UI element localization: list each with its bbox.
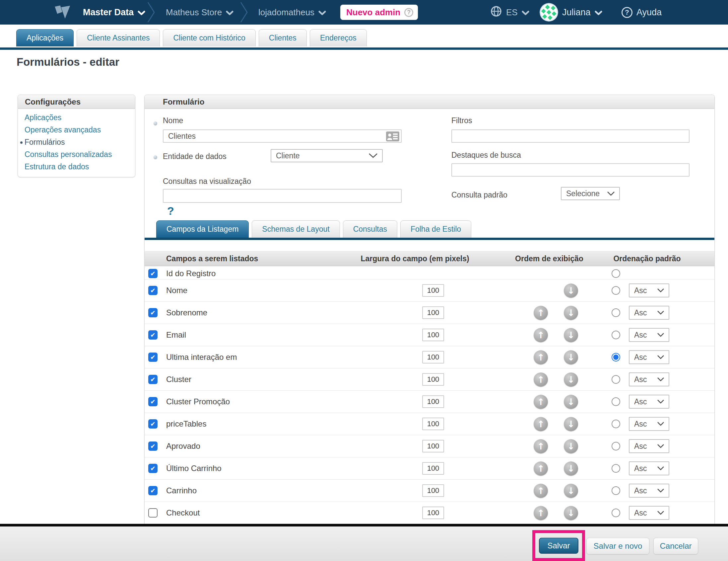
default-sort-radio[interactable] xyxy=(612,397,620,406)
default-sort-radio[interactable] xyxy=(612,269,620,278)
move-up-icon[interactable] xyxy=(534,395,548,409)
field-width-input[interactable] xyxy=(422,284,444,297)
store-menu[interactable]: Matheus Store xyxy=(166,0,233,25)
move-up-icon[interactable] xyxy=(534,306,548,320)
field-checkbox[interactable] xyxy=(148,508,158,518)
tab-cliente-assinantes[interactable]: Cliente Assinantes xyxy=(77,29,160,46)
new-admin-badge[interactable]: Nuevo admin xyxy=(340,5,418,20)
detail-tab-campos-da-listagem[interactable]: Campos da Listagem xyxy=(156,220,249,238)
default-sort-radio[interactable] xyxy=(612,464,620,473)
save-button[interactable]: Salvar xyxy=(539,538,578,554)
default-sort-radio[interactable] xyxy=(612,375,620,384)
save-and-new-button[interactable]: Salvar e novo xyxy=(586,538,649,554)
field-checkbox[interactable] xyxy=(148,486,158,495)
detail-tab-folha-de-estilo[interactable]: Folha de Estilo xyxy=(400,220,471,238)
sidebar-item-formularios[interactable]: Formulários xyxy=(18,136,135,148)
default-sort-radio[interactable] xyxy=(612,420,620,428)
move-up-icon[interactable] xyxy=(534,417,548,431)
field-width-input[interactable] xyxy=(422,307,444,319)
default-sort-radio[interactable] xyxy=(612,353,620,362)
detail-tab-consultas[interactable]: Consultas xyxy=(343,220,397,238)
field-checkbox[interactable] xyxy=(148,330,158,340)
field-width-input[interactable] xyxy=(422,373,444,386)
field-checkbox[interactable] xyxy=(148,442,158,451)
entidade-select[interactable]: Cliente xyxy=(271,149,383,162)
move-up-icon[interactable] xyxy=(534,439,548,454)
user-menu[interactable]: Juliana xyxy=(540,0,602,25)
tab-cliente-com-historico[interactable]: Cliente com Histórico xyxy=(163,29,255,46)
help-menu[interactable]: Ayuda xyxy=(622,0,662,25)
tab-aplicacoes[interactable]: Aplicações xyxy=(16,29,74,46)
help-question-link[interactable]: ? xyxy=(167,204,174,217)
default-sort-radio[interactable] xyxy=(612,286,620,295)
sort-direction-select[interactable]: Asc xyxy=(629,439,669,453)
product-menu[interactable]: Master Data xyxy=(83,0,145,25)
sort-direction-select[interactable]: Asc xyxy=(629,328,669,342)
sidebar-item-aplicacoes[interactable]: Aplicações xyxy=(18,111,135,124)
tab-clientes[interactable]: Clientes xyxy=(259,29,307,46)
destaques-input[interactable] xyxy=(451,163,690,176)
move-up-icon[interactable] xyxy=(534,506,548,520)
field-width-input[interactable] xyxy=(422,462,444,475)
field-checkbox[interactable] xyxy=(148,308,158,317)
move-down-icon[interactable] xyxy=(564,328,578,342)
filtros-input[interactable] xyxy=(451,129,690,143)
field-checkbox[interactable] xyxy=(148,419,158,429)
field-checkbox[interactable] xyxy=(148,286,158,295)
default-sort-radio[interactable] xyxy=(612,442,620,451)
field-checkbox[interactable] xyxy=(148,464,158,473)
field-checkbox[interactable] xyxy=(148,375,158,384)
account-menu[interactable]: lojadomatheus xyxy=(258,0,326,25)
move-up-icon[interactable] xyxy=(534,484,548,498)
move-up-icon[interactable] xyxy=(534,461,548,476)
default-sort-radio[interactable] xyxy=(612,331,620,339)
move-down-icon[interactable] xyxy=(564,306,578,320)
move-up-icon[interactable] xyxy=(534,350,548,365)
move-up-icon[interactable] xyxy=(534,328,548,342)
sort-direction-select[interactable]: Asc xyxy=(629,461,669,475)
move-down-icon[interactable] xyxy=(564,417,578,431)
detail-tab-schemas-de-layout[interactable]: Schemas de Layout xyxy=(252,220,340,238)
nome-input[interactable] xyxy=(163,129,402,143)
help-circle-icon[interactable] xyxy=(404,8,413,17)
field-checkbox[interactable] xyxy=(148,353,158,362)
consultas-visualizacao-input[interactable] xyxy=(163,189,402,203)
sort-direction-select[interactable]: Asc xyxy=(629,417,669,431)
field-width-input[interactable] xyxy=(422,418,444,430)
move-down-icon[interactable] xyxy=(564,506,578,520)
sort-direction-select[interactable]: Asc xyxy=(629,350,669,364)
field-width-input[interactable] xyxy=(422,507,444,519)
sort-direction-select[interactable]: Asc xyxy=(629,284,669,298)
cancel-button[interactable]: Cancelar xyxy=(653,538,698,554)
move-up-icon[interactable] xyxy=(534,373,548,387)
sort-direction-select[interactable]: Asc xyxy=(629,306,669,320)
move-down-icon[interactable] xyxy=(564,284,578,298)
tab-enderecos[interactable]: Endereços xyxy=(310,29,367,46)
field-width-input[interactable] xyxy=(422,440,444,453)
move-down-icon[interactable] xyxy=(564,350,578,365)
sort-direction-select[interactable]: Asc xyxy=(629,506,669,520)
field-width-input[interactable] xyxy=(422,395,444,408)
default-sort-radio[interactable] xyxy=(612,486,620,495)
move-down-icon[interactable] xyxy=(564,461,578,476)
field-checkbox[interactable] xyxy=(148,397,158,406)
move-down-icon[interactable] xyxy=(564,373,578,387)
field-checkbox[interactable] xyxy=(148,269,158,278)
field-width-input[interactable] xyxy=(422,351,444,364)
field-width-input[interactable] xyxy=(422,484,444,497)
language-menu[interactable]: ES xyxy=(490,0,529,25)
sort-direction-select[interactable]: Asc xyxy=(629,484,669,498)
move-down-icon[interactable] xyxy=(564,395,578,409)
sidebar-item-operacoes-avancadas[interactable]: Operações avançadas xyxy=(18,124,135,136)
sort-direction-select[interactable]: Asc xyxy=(629,373,669,386)
default-sort-radio[interactable] xyxy=(612,509,620,517)
default-sort-radio[interactable] xyxy=(612,309,620,317)
vtex-logo[interactable] xyxy=(53,5,71,22)
sidebar-item-estrutura-de-dados[interactable]: Estrutura de dados xyxy=(18,161,135,173)
move-down-icon[interactable] xyxy=(564,439,578,454)
move-down-icon[interactable] xyxy=(564,484,578,498)
field-width-input[interactable] xyxy=(422,329,444,341)
sidebar-item-consultas-personalizadas[interactable]: Consultas personalizadas xyxy=(18,148,135,161)
consulta-padrao-select[interactable]: Selecione xyxy=(561,187,620,200)
sort-direction-select[interactable]: Asc xyxy=(629,395,669,409)
